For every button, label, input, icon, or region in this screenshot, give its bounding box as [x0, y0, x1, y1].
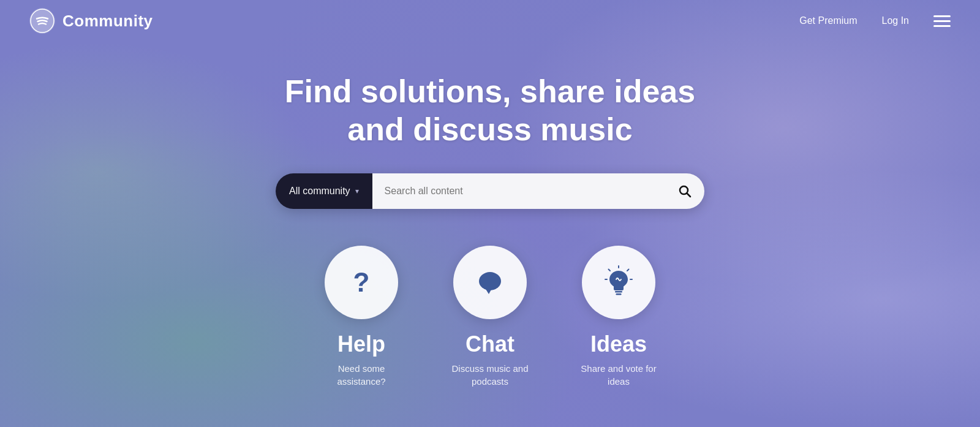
nav-right: Get Premium Log In — [799, 15, 951, 27]
search-input[interactable] — [385, 186, 653, 197]
site-title: Community — [62, 12, 153, 31]
chat-bubble-icon — [472, 265, 508, 300]
lightbulb-icon — [601, 265, 636, 300]
community-filter-dropdown[interactable]: All community ▾ — [276, 173, 372, 209]
cards-section: ? Help Need some assistance? Chat Discus… — [0, 246, 980, 388]
hamburger-line-2 — [933, 20, 951, 22]
chat-card-title: Chat — [466, 331, 514, 357]
svg-marker-6 — [486, 289, 492, 294]
navbar: Community Get Premium Log In — [0, 0, 980, 42]
search-input-area — [372, 173, 665, 209]
get-premium-link[interactable]: Get Premium — [799, 15, 857, 26]
log-in-link[interactable]: Log In — [882, 15, 909, 26]
help-card-subtitle: Need some assistance? — [322, 362, 401, 388]
hero-heading: Find solutions, share ideasand discuss m… — [285, 72, 695, 149]
hamburger-line-3 — [933, 25, 951, 27]
ideas-card-subtitle: Share and vote for ideas — [579, 362, 658, 388]
chevron-down-icon: ▾ — [355, 187, 359, 195]
hero-section: Find solutions, share ideasand discuss m… — [0, 42, 980, 209]
svg-text:?: ? — [353, 267, 370, 297]
svg-rect-8 — [616, 293, 622, 295]
chat-card[interactable]: Chat Discuss music and podcasts — [450, 246, 530, 388]
hamburger-line-1 — [933, 15, 951, 17]
search-button[interactable] — [665, 173, 704, 209]
help-card[interactable]: ? Help Need some assistance? — [322, 246, 401, 388]
svg-rect-7 — [615, 291, 622, 293]
svg-line-11 — [609, 269, 611, 271]
svg-point-5 — [479, 272, 501, 290]
chat-icon-circle — [453, 246, 527, 319]
ideas-icon-circle — [582, 246, 655, 319]
spotify-logo-icon — [29, 8, 55, 34]
svg-line-10 — [627, 269, 629, 271]
hamburger-menu[interactable] — [933, 15, 951, 27]
help-card-title: Help — [337, 331, 385, 357]
logo-area[interactable]: Community — [29, 8, 153, 34]
dropdown-label: All community — [289, 186, 350, 197]
search-bar: All community ▾ — [276, 173, 704, 209]
svg-line-3 — [687, 193, 691, 197]
chat-card-subtitle: Discuss music and podcasts — [450, 362, 530, 388]
ideas-card[interactable]: Ideas Share and vote for ideas — [579, 246, 658, 388]
help-icon-circle: ? — [325, 246, 398, 319]
question-mark-icon: ? — [344, 265, 379, 300]
ideas-card-title: Ideas — [590, 331, 647, 357]
search-icon — [677, 184, 692, 198]
